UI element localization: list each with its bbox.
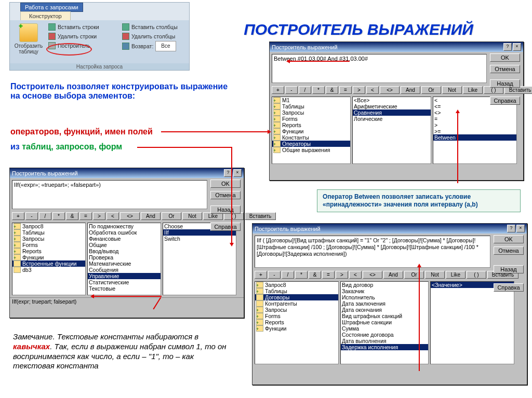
list-item[interactable]: Вид договор [341,282,428,288]
op-button[interactable]: And [141,212,161,220]
list-item[interactable]: Логические [353,116,431,122]
list-item[interactable]: Заказчик [341,288,428,294]
op-button[interactable]: < [349,271,362,279]
list-item[interactable]: <> [433,109,516,116]
list-item[interactable]: db3 [12,267,85,273]
back-button[interactable]: Назад [494,265,524,273]
op-button[interactable]: < [366,86,379,94]
op-button[interactable]: & [326,86,338,94]
help-button[interactable]: Справка [490,97,520,105]
category-pane[interactable]: М1ТаблицыЗапросыFormsReportsФункцииКонст… [272,97,351,164]
list-item[interactable]: Общие выражения [272,147,350,153]
op-button[interactable]: + [272,86,284,94]
list-item[interactable]: Проверка [88,254,161,260]
op-button[interactable]: Not [182,212,202,220]
list-item[interactable]: Обработка ошибок [88,229,161,236]
op-button[interactable]: And [383,271,403,279]
list-item[interactable]: Запрос8 [12,223,85,229]
list-item[interactable]: Контрагенты [255,300,338,307]
list-item[interactable]: Switch [163,236,236,242]
list-item[interactable]: Общие [88,242,161,248]
op-button[interactable]: > [353,86,365,94]
list-item[interactable]: Константы [272,134,350,141]
values-pane[interactable]: <Значение> [430,281,514,364]
insert-button[interactable]: Вставить [245,212,276,220]
expression-input[interactable]: IIf(«expr»; «truepart»; «falsepart») [12,180,207,209]
op-button[interactable]: <> [120,212,140,220]
list-item[interactable]: Дата выполнения [341,338,428,344]
list-item[interactable]: > [433,122,516,128]
list-item[interactable]: Дата окончания [341,307,428,313]
op-button[interactable]: > [93,212,105,220]
op-button[interactable]: - [268,271,281,279]
return-select[interactable]: Все [155,41,176,51]
list-item[interactable]: Forms [255,313,338,319]
close-icon[interactable]: × [513,43,521,51]
op-button[interactable]: & [66,212,78,220]
help-button[interactable]: Справка [210,223,241,231]
list-item[interactable]: Forms [12,242,85,248]
list-item[interactable]: Сообщения [88,267,161,273]
show-table-button[interactable]: Отобразить таблицу [13,23,44,54]
list-item[interactable]: Арифметические [353,103,431,109]
list-item[interactable]: Математические [88,260,161,267]
op-button[interactable]: Or [421,86,441,94]
list-item[interactable]: Forms [272,116,350,122]
insert-rows-button[interactable]: Вставить строки [48,22,99,32]
list-item[interactable]: Исполнитель [341,294,428,300]
list-item[interactable]: Вид штрафных санкций [341,313,428,319]
list-item[interactable]: Запросы [272,109,350,116]
list-item[interactable]: Функции [272,128,350,134]
list-item[interactable]: Операторы [272,141,350,147]
list-item[interactable]: Сумма [341,325,428,332]
list-item[interactable]: По подмножеству [88,223,161,229]
category-pane[interactable]: Запрос8Таблицы Договоры КонтрагентыЗапро… [255,281,339,364]
op-button[interactable]: <> [380,86,400,94]
op-button[interactable]: = [322,271,335,279]
op-button[interactable]: + [255,271,267,279]
category-pane[interactable]: Запрос8ТаблицыЗапросыFormsReportsФункции… [12,223,86,295]
list-item[interactable]: Between [433,134,516,141]
op-button[interactable]: * [52,212,65,220]
op-button[interactable]: * [312,86,325,94]
op-button[interactable]: Not [442,86,462,94]
list-item[interactable]: Таблицы [255,288,338,294]
help-icon[interactable]: ? [503,43,512,51]
subcategory-pane[interactable]: Вид договорЗаказчикИсполнительДата заклю… [340,281,429,364]
list-item[interactable]: Задержка исполнения [341,344,428,350]
subcategory-pane[interactable]: <Все>АрифметическиеСравненияЛогические [352,97,431,164]
list-item[interactable]: Ввод/вывод [88,248,161,254]
op-button[interactable]: / [282,271,294,279]
help-icon[interactable]: ? [507,225,515,232]
list-item[interactable]: Финансовые [88,236,161,242]
list-item[interactable]: Запрос8 [255,282,338,288]
op-button[interactable]: & [309,271,321,279]
expression-input[interactable]: IIf ( [Договоры]![Вид штрафных санкций] … [255,236,490,268]
list-item[interactable]: <Все> [353,97,431,103]
op-button[interactable]: - [25,212,38,220]
list-item[interactable]: Сравнения [353,109,431,116]
op-button[interactable]: + [12,212,24,220]
back-button[interactable]: Назад [210,205,241,214]
op-button[interactable]: * [295,271,308,279]
list-item[interactable]: Reports [12,248,85,254]
list-item[interactable]: Запросы [255,307,338,313]
list-item[interactable]: Функции [12,254,85,260]
cancel-button[interactable]: Отмена [494,246,524,255]
list-item[interactable]: Текстовые [88,285,161,292]
ok-button[interactable]: OK [210,180,241,188]
op-button[interactable]: <> [363,271,382,279]
list-item[interactable]: Управление [88,273,161,279]
op-button[interactable]: = [339,86,352,94]
insert-cols-button[interactable]: Вставить столбцы [122,22,178,32]
list-item[interactable]: Таблицы [12,229,85,236]
op-button[interactable]: Not [425,271,445,279]
op-button[interactable]: Or [404,271,424,279]
list-item[interactable]: Состояние договора [341,332,428,338]
list-item[interactable]: Статистические [88,279,161,285]
op-button[interactable]: Or [162,212,181,220]
back-button[interactable]: Назад [490,79,520,88]
op-button[interactable]: = [79,212,92,220]
list-item[interactable]: = [433,116,516,122]
ok-button[interactable]: OK [490,53,520,62]
